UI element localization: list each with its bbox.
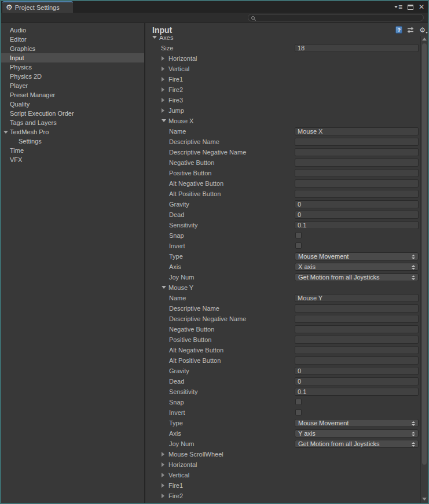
foldout-closed-icon[interactable] [162,67,164,71]
row-fire2[interactable]: Fire2 [145,84,420,95]
row-fire1[interactable]: Fire1 [145,480,420,491]
help-book-icon[interactable]: ? [395,26,402,34]
row-fire1[interactable]: Fire1 [145,74,420,84]
setting-label: Alt Positive Button [169,189,221,199]
setting-label: Invert [169,241,185,251]
foldout-open-icon[interactable] [162,286,166,289]
setting-label: Type [169,418,183,428]
foldout-closed-icon[interactable] [162,87,164,92]
alt-positive-button-field[interactable] [295,190,419,198]
close-icon[interactable]: ✕ [419,3,424,10]
snap-checkbox[interactable] [295,399,302,405]
setting-label: Joy Num [169,439,194,449]
foldout-closed-icon[interactable] [162,452,164,457]
type-dropdown[interactable]: Mouse Movement [295,419,419,427]
gravity-field[interactable] [295,200,419,208]
sidebar-item-script-execution-order[interactable]: Script Execution Order [1,109,144,118]
positive-button-field[interactable] [295,169,419,177]
gravity-field[interactable] [295,367,419,375]
sidebar-item-physics-2d[interactable]: Physics 2D [1,72,144,81]
row-mouse-scrollwheel[interactable]: Mouse ScrollWheel [145,449,420,459]
row-axes[interactable]: Axes [145,36,420,43]
invert-checkbox[interactable] [295,242,302,249]
sidebar-item-audio[interactable]: Audio [1,25,144,35]
gear-menu-icon[interactable]: ⚙ [419,27,426,34]
sidebar-item-quality[interactable]: Quality [1,100,144,109]
joy-num-dropdown[interactable]: Get Motion from all Joysticks [295,273,419,281]
foldout-closed-icon[interactable] [162,483,164,488]
sidebar-item-preset-manager[interactable]: Preset Manager [1,90,144,100]
vertical-scrollbar[interactable] [420,36,428,503]
descriptive-negative-name-field[interactable] [295,148,419,156]
sidebar-item-textmesh-pro[interactable]: TextMesh Pro [1,127,144,137]
sidebar-item-vfx[interactable]: VFX [1,155,144,164]
sidebar-item-settings[interactable]: Settings [1,137,144,146]
name-field[interactable] [295,127,419,135]
descriptive-name-field[interactable] [295,138,419,146]
invert-checkbox[interactable] [295,409,302,415]
sidebar-item-time[interactable]: Time [1,146,144,155]
row-jump[interactable]: Jump [145,105,420,116]
alt-positive-button-field[interactable] [295,356,419,365]
window-menu-icon[interactable]: ≡ [394,3,402,10]
descriptive-name-field[interactable] [295,304,419,312]
foldout-closed-icon[interactable] [162,462,164,467]
foldout-open-icon[interactable] [3,131,8,134]
search-box[interactable] [248,14,424,21]
row-fire3[interactable]: Fire3 [145,95,420,105]
sidebar-item-player[interactable]: Player [1,81,144,90]
axis-dropdown[interactable]: Y axis [295,429,419,437]
down-arrow-icon [412,278,415,280]
sidebar-item-input[interactable]: Input [1,53,144,62]
row-horizontal[interactable]: Horizontal [145,459,420,470]
foldout-label: Mouse Y [168,282,193,293]
row-fire2[interactable]: Fire2 [145,491,420,501]
row-horizontal[interactable]: Horizontal [145,53,420,64]
negative-button-field[interactable] [295,159,419,167]
name-field[interactable] [295,294,419,302]
positive-button-field[interactable] [295,336,419,344]
scroll-down-icon[interactable] [421,496,428,502]
maximize-icon[interactable] [408,5,413,10]
row-vertical[interactable]: Vertical [145,64,420,74]
row-mouse-y[interactable]: Mouse Y [145,282,420,293]
foldout-closed-icon[interactable] [162,56,164,61]
scrollbar-thumb[interactable] [422,43,427,465]
updown-arrows-icon [412,255,415,259]
descriptive-negative-name-field[interactable] [295,315,419,323]
joy-num-dropdown[interactable]: Get Motion from all Joysticks [295,440,419,448]
size-field[interactable] [295,44,419,52]
sidebar-item-label: Graphics [10,45,35,52]
row-axis: AxisX axis [145,262,420,272]
sidebar-item-physics[interactable]: Physics [1,62,144,72]
axis-dropdown[interactable]: X axis [295,263,419,271]
foldout-open-icon[interactable] [152,36,157,39]
foldout-open-icon[interactable] [162,119,166,122]
sensitivity-field[interactable] [295,221,419,229]
row-descriptive-name: Descriptive Name [145,303,420,314]
row-mouse-x[interactable]: Mouse X [145,116,420,126]
foldout-label: Jump [168,105,184,116]
foldout-closed-icon[interactable] [162,473,164,477]
type-dropdown[interactable]: Mouse Movement [295,252,419,260]
search-input[interactable] [257,14,420,21]
sidebar-item-editor[interactable]: Editor [1,35,144,44]
dead-field[interactable] [295,377,419,385]
alt-negative-button-field[interactable] [295,346,419,354]
foldout-closed-icon[interactable] [162,494,164,498]
foldout-closed-icon[interactable] [162,108,164,113]
alt-negative-button-field[interactable] [295,179,419,187]
preset-sliders-icon[interactable] [407,27,415,34]
sidebar-item-graphics[interactable]: Graphics [1,44,144,53]
scroll-up-icon[interactable] [421,36,428,42]
negative-button-field[interactable] [295,325,419,333]
dead-field[interactable] [295,211,419,219]
row-vertical[interactable]: Vertical [145,470,420,480]
foldout-closed-icon[interactable] [162,98,164,102]
tab-project-settings[interactable]: ⚙ Project Settings [2,1,73,13]
foldout-closed-icon[interactable] [162,77,164,82]
page-title: Input [152,25,172,35]
snap-checkbox[interactable] [295,232,302,238]
sidebar-item-tags-and-layers[interactable]: Tags and Layers [1,118,144,127]
sensitivity-field[interactable] [295,388,419,396]
